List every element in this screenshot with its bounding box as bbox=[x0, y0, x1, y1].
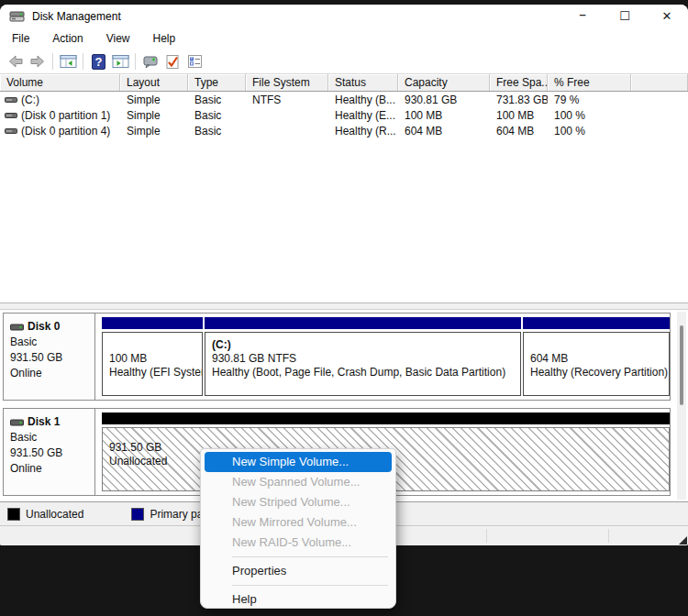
disk-drive-icon bbox=[9, 9, 25, 23]
cell-capacity: 930.81 GB bbox=[398, 94, 490, 106]
partition-name bbox=[109, 338, 202, 352]
column-header-status[interactable]: Status bbox=[328, 74, 398, 91]
menu-item-help[interactable]: Help bbox=[201, 589, 395, 610]
desktop-background: Disk Management – ☐ ✕ File Action View H… bbox=[0, 0, 688, 616]
cell-layout: Simple bbox=[120, 109, 188, 122]
volume-icon bbox=[5, 94, 17, 105]
status-bar-separator bbox=[486, 529, 487, 543]
toolbar-separator bbox=[83, 53, 83, 70]
partition-size: 930.81 GB NTFS bbox=[212, 352, 520, 366]
maximize-button[interactable]: ☐ bbox=[604, 5, 646, 28]
menu-view[interactable]: View bbox=[102, 30, 135, 47]
disk-name: Disk 1 bbox=[28, 414, 60, 430]
column-header-file-system[interactable]: File System bbox=[246, 74, 328, 91]
cell-type: Basic bbox=[188, 125, 246, 138]
disk-name: Disk 0 bbox=[28, 319, 60, 335]
volume-table-header: Volume Layout Type File System Status Ca… bbox=[0, 74, 688, 92]
cell-type: Basic bbox=[188, 109, 246, 122]
menu-item-new-mirrored-volume: New Mirrored Volume... bbox=[201, 512, 395, 533]
resize-grip-icon[interactable] bbox=[679, 536, 687, 544]
window-title: Disk Management bbox=[32, 10, 121, 23]
popup-window-icon[interactable] bbox=[139, 52, 161, 71]
menu-item-new-striped-volume: New Striped Volume... bbox=[201, 492, 395, 512]
partition-status: Healthy (Recovery Partition) bbox=[530, 366, 669, 380]
help-icon[interactable]: ? bbox=[87, 52, 109, 71]
disk-icon bbox=[10, 323, 24, 332]
task-list-icon[interactable] bbox=[183, 52, 205, 71]
partition-status: Healthy (EFI System bbox=[109, 366, 202, 380]
disk-row-disk0: Disk 0 Basic 931.50 GB Online 100 MB Hea… bbox=[3, 313, 671, 401]
cell-type: Basic bbox=[188, 94, 246, 106]
cell-pct-free: 100 % bbox=[548, 109, 631, 122]
toolbar: ? bbox=[0, 50, 688, 74]
menu-item-new-raid5-volume: New RAID-5 Volume... bbox=[201, 533, 395, 553]
partition-status: Healthy (Boot, Page File, Crash Dump, Ba… bbox=[212, 366, 520, 380]
volume-name: (Disk 0 partition 4) bbox=[21, 125, 110, 138]
cell-pct-free: 79 % bbox=[548, 94, 631, 106]
column-header-free-space[interactable]: Free Spa... bbox=[490, 74, 548, 91]
back-icon[interactable] bbox=[5, 52, 27, 71]
volume-name: (Disk 0 partition 1) bbox=[21, 109, 110, 122]
disk-kind: Basic bbox=[10, 430, 94, 446]
forward-icon[interactable] bbox=[27, 52, 49, 71]
disk-size: 931.50 GB bbox=[10, 446, 94, 461]
table-row[interactable]: (Disk 0 partition 4) Simple Basic Health… bbox=[0, 123, 688, 138]
partition-name: (C:) bbox=[212, 338, 520, 352]
table-row[interactable]: (Disk 0 partition 1) Simple Basic Health… bbox=[0, 107, 688, 123]
disk-size: 931.50 GB bbox=[10, 350, 94, 366]
menu-help[interactable]: Help bbox=[149, 30, 181, 47]
disk-state: Online bbox=[10, 461, 94, 477]
primary-partition-strip bbox=[205, 317, 521, 329]
scrollbar-thumb[interactable] bbox=[680, 325, 683, 405]
cell-free-space: 604 MB bbox=[490, 125, 548, 138]
disk0-label[interactable]: Disk 0 Basic 931.50 GB Online bbox=[4, 314, 95, 400]
cell-layout: Simple bbox=[120, 94, 188, 106]
toolbar-separator bbox=[135, 53, 136, 70]
toolbar-separator bbox=[52, 53, 53, 70]
menu-bar: File Action View Help bbox=[0, 28, 688, 50]
primary-partition-strip bbox=[102, 317, 203, 329]
menu-action[interactable]: Action bbox=[48, 30, 87, 47]
legend-item-unallocated: Unallocated bbox=[7, 508, 83, 521]
column-header-volume[interactable]: Volume bbox=[0, 74, 120, 91]
cell-layout: Simple bbox=[120, 125, 188, 138]
unallocated-swatch bbox=[7, 508, 20, 521]
partition-size: 100 MB bbox=[109, 352, 202, 366]
column-header-layout[interactable]: Layout bbox=[120, 74, 188, 91]
svg-text:?: ? bbox=[94, 55, 102, 69]
cell-file-system: NTFS bbox=[246, 94, 328, 106]
minimize-button[interactable]: – bbox=[561, 5, 604, 28]
unallocated-strip bbox=[102, 412, 670, 424]
menu-file[interactable]: File bbox=[7, 30, 34, 47]
column-header-capacity[interactable]: Capacity bbox=[398, 74, 490, 91]
column-header-type[interactable]: Type bbox=[188, 74, 246, 91]
menu-item-new-simple-volume[interactable]: New Simple Volume... bbox=[205, 452, 392, 472]
column-header-pct-free[interactable]: % Free bbox=[548, 74, 631, 91]
cell-capacity: 604 MB bbox=[398, 125, 490, 138]
cell-status: Healthy (E... bbox=[328, 109, 398, 122]
status-bar-separator bbox=[608, 529, 609, 543]
disk1-label[interactable]: Disk 1 Basic 931.50 GB Online bbox=[4, 409, 95, 495]
table-row[interactable]: (C:) Simple Basic NTFS Healthy (B... 930… bbox=[0, 92, 688, 107]
close-button[interactable]: ✕ bbox=[646, 5, 688, 28]
pane-splitter[interactable] bbox=[0, 302, 688, 310]
volume-name: (C:) bbox=[21, 94, 39, 106]
show-console-tree-icon[interactable] bbox=[57, 52, 79, 71]
cell-pct-free: 100 % bbox=[548, 125, 631, 138]
column-header-empty[interactable] bbox=[631, 74, 688, 91]
cell-capacity: 100 MB bbox=[398, 109, 490, 122]
menu-separator bbox=[232, 585, 388, 586]
menu-item-properties[interactable]: Properties bbox=[201, 561, 395, 581]
partition-efi[interactable]: 100 MB Healthy (EFI System bbox=[102, 317, 203, 396]
title-bar: Disk Management – ☐ ✕ bbox=[0, 5, 688, 28]
cell-status: Healthy (B... bbox=[328, 94, 398, 106]
legend-label: Unallocated bbox=[26, 508, 83, 521]
vertical-scrollbar[interactable] bbox=[677, 312, 686, 500]
show-action-pane-icon[interactable] bbox=[109, 52, 131, 71]
partition-c-drive[interactable]: (C:) 930.81 GB NTFS Healthy (Boot, Page … bbox=[205, 317, 521, 396]
validate-check-icon[interactable] bbox=[161, 52, 183, 71]
partition-recovery[interactable]: 604 MB Healthy (Recovery Partition) bbox=[523, 317, 670, 396]
disk-state: Online bbox=[10, 366, 94, 381]
cell-status: Healthy (R... bbox=[328, 125, 398, 138]
menu-item-new-spanned-volume: New Spanned Volume... bbox=[201, 472, 395, 492]
